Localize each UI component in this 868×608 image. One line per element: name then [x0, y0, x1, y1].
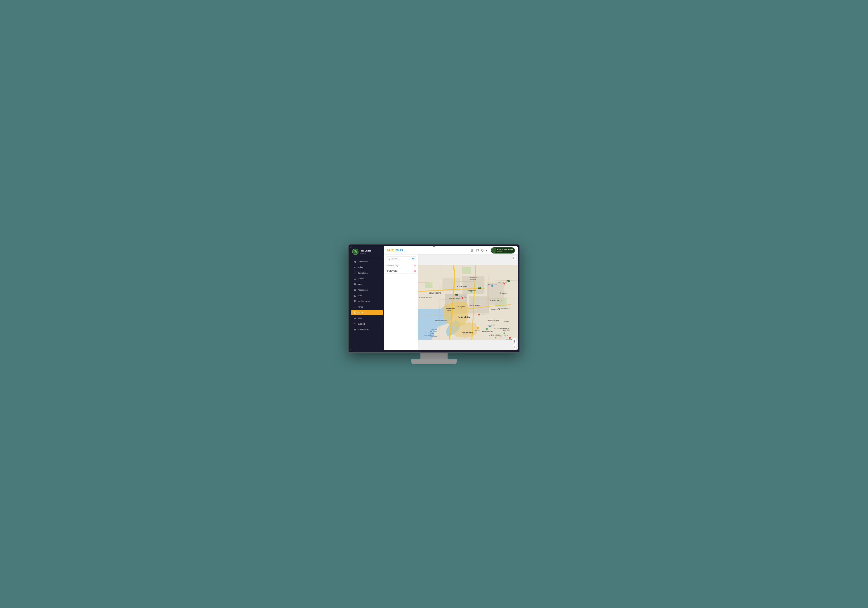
zone-item-national-city[interactable]: National City ⊡: [384, 263, 418, 268]
svg-text:PARADISE HILLS: PARADISE HILLS: [489, 300, 502, 302]
svg-text:Best Buy: Best Buy: [475, 330, 480, 331]
sidebar-item-drivers[interactable]: Drivers: [351, 276, 383, 281]
zone-name-chula-vista: Chula Vista: [386, 270, 397, 272]
zone-delete-chula-vista[interactable]: ⊡: [414, 270, 416, 272]
app-title: Ride United: [360, 250, 371, 252]
svg-point-82: [485, 328, 488, 330]
user-avatar: [491, 248, 496, 253]
svg-text:Chula Vista DMV: Chula Vista DMV: [487, 325, 495, 326]
sidebar-item-zones[interactable]: Zones: [351, 310, 383, 315]
svg-rect-3: [354, 283, 356, 284]
svg-text:Westfield Plaza Bonita: Westfield Plaza Bonita: [482, 331, 493, 332]
svg-text:RIDGEVIEW/: RIDGEVIEW/: [469, 277, 477, 278]
svg-marker-41: [451, 322, 478, 338]
app-container: Ride United kzcdotuw Dashboard: [350, 246, 518, 350]
svg-text:BARRIO LOGAN: BARRIO LOGAN: [435, 320, 447, 322]
svg-rect-10: [355, 294, 355, 295]
map-zoom-person[interactable]: [512, 338, 516, 345]
monitor-screen: Ride United kzcdotuw Dashboard: [348, 244, 520, 353]
zone-item-chula-vista[interactable]: Chula Vista ⊡: [384, 268, 418, 274]
screen-content: Ride United kzcdotuw Dashboard: [350, 246, 518, 350]
svg-text:2 km: 2 km: [499, 336, 501, 337]
zone-panel: Search... . 🐦 National City ⊡: [384, 255, 418, 350]
user-badge[interactable]: Ride Untied Admin Admin: [491, 247, 515, 253]
svg-text:Wildlife: Wildlife: [430, 333, 434, 334]
sidebar-nav: Dashboard Rides ›: [350, 257, 384, 350]
wrench-icon: [353, 272, 356, 274]
svg-text:VIEW: VIEW: [447, 309, 451, 311]
svg-line-28: [389, 259, 390, 260]
svg-text:MOUNTAIN: MOUNTAIN: [446, 307, 454, 309]
svg-rect-16: [355, 318, 355, 319]
sidebar-item-support[interactable]: Support ›: [351, 321, 383, 327]
sidebar-item-rides[interactable]: Rides ›: [351, 264, 383, 270]
svg-text:Tita's Kitchenette: Tita's Kitchenette: [457, 306, 465, 307]
map-zoom-plus[interactable]: +: [512, 345, 516, 349]
person-icon: [353, 277, 356, 280]
svg-rect-17: [355, 317, 356, 319]
sidebar-logo: Ride United kzcdotuw: [350, 246, 384, 257]
monitor-wrapper: Ride United kzcdotuw Dashboard: [348, 244, 520, 364]
svg-text:BAY TERRACES: BAY TERRACES: [498, 308, 510, 309]
sidebar-item-fleet[interactable]: Fleet: [351, 281, 383, 287]
svg-point-14: [355, 312, 355, 313]
app-username: kzcdotuw: [360, 252, 371, 254]
user-name: Ride Untied Admin: [497, 248, 513, 250]
sidebar-item-vehicle-types[interactable]: Vehicle Types: [351, 299, 383, 304]
svg-text:National City: National City: [458, 316, 470, 318]
svg-text:Costco Wholesale: Costco Wholesale: [467, 290, 476, 291]
svg-text:Bayside Park: Bayside Park: [430, 336, 437, 337]
svg-text:DEL REY: DEL REY: [503, 329, 510, 331]
svg-point-90: [489, 326, 491, 327]
nav-label-notifications: Notifications: [358, 328, 369, 331]
user-info: Ride Untied Admin Admin: [497, 248, 513, 252]
svg-text:$: $: [355, 306, 356, 308]
monitor-stand-top: [420, 353, 448, 359]
chat-icon[interactable]: [476, 249, 479, 252]
file-icon[interactable]: [471, 249, 474, 252]
main-area: 09/21 20:23: [384, 246, 518, 350]
zone-list: National City ⊡ Chula Vista ⊡: [384, 263, 418, 350]
map-expand-btn[interactable]: [512, 256, 516, 260]
header-date: 09/21: [387, 249, 395, 252]
svg-point-6: [354, 289, 355, 290]
svg-point-4: [354, 285, 355, 285]
svg-rect-18: [356, 317, 356, 319]
svg-text:San Diego: San Diego: [431, 329, 437, 330]
svg-text:Chula Vista: Chula Vista: [462, 331, 473, 334]
support-icon: [353, 323, 356, 325]
map-container[interactable]: SOUTH PARK RIDGEVIEW/ WEBSTER LOGAN HEIG…: [418, 255, 518, 350]
svg-point-5: [355, 285, 356, 285]
svg-point-20: [355, 323, 355, 324]
header-icons: [471, 249, 489, 252]
sidebar-item-kpis[interactable]: KPIs ›: [351, 316, 383, 321]
logo-icon: [352, 249, 358, 255]
header-time: 20:23: [395, 249, 403, 252]
home-icon: [353, 260, 356, 263]
svg-text:Bonita: Bonita: [504, 321, 509, 323]
fleet-icon: [353, 283, 356, 286]
header: 09/21 20:23: [384, 246, 518, 255]
expand-icon: [513, 257, 515, 259]
car-icon: [353, 266, 356, 269]
sidebar-item-operations[interactable]: Operations: [351, 270, 383, 276]
volume-icon[interactable]: [486, 249, 489, 252]
svg-text:RANCHO: RANCHO: [503, 328, 510, 329]
svg-rect-34: [425, 283, 432, 288]
notification-bell-icon[interactable]: [481, 249, 484, 252]
svg-point-84: [504, 333, 505, 334]
zone-delete-national-city[interactable]: ⊡: [414, 264, 416, 267]
svg-point-80: [477, 327, 479, 329]
search-box[interactable]: Search... . 🐦: [386, 256, 416, 261]
sidebar-item-staff[interactable]: Staff: [351, 293, 383, 299]
sidebar-item-notifications[interactable]: Notifications: [351, 327, 383, 332]
svg-point-1: [355, 278, 355, 279]
sidebar-item-passengers[interactable]: Passengers: [351, 287, 383, 293]
svg-rect-15: [354, 319, 354, 319]
logo-text: Ride United kzcdotuw: [360, 250, 371, 254]
sidebar-item-dashboard[interactable]: Dashboard: [351, 259, 383, 264]
sidebar-item-fares[interactable]: $ Fares: [351, 304, 383, 309]
nav-label-fleet: Fleet: [358, 283, 362, 285]
nav-label-dashboard: Dashboard: [358, 261, 367, 263]
svg-point-75: [504, 283, 505, 285]
